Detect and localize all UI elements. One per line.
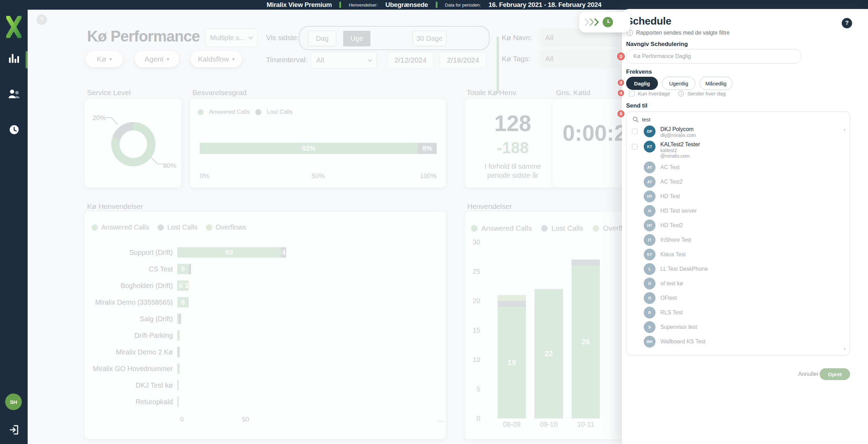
filter-kaldsflow-chip[interactable]: Kaldsflow▾ xyxy=(191,51,242,67)
recipient-email: kaltest2@miralix.com xyxy=(660,148,700,159)
annotation-2: 2 xyxy=(617,53,625,60)
bar-value-label: 9 xyxy=(181,298,185,306)
panel-help-icon[interactable]: ? xyxy=(842,18,852,28)
queue-multiselect[interactable]: Multiple s... xyxy=(205,29,257,47)
recipient-text: HD Test2 xyxy=(660,220,683,229)
bar-segment xyxy=(177,347,180,357)
stacked-bar xyxy=(177,314,181,324)
totale-caption-line1: I forhold til samme xyxy=(466,162,559,171)
recipient-row[interactable]: R RLS Test xyxy=(626,305,841,320)
filter-ko-chip[interactable]: Kø▾ xyxy=(86,51,123,67)
filter-agent-chip[interactable]: Agent▾ xyxy=(135,51,179,67)
recipient-row[interactable]: KT Klaus Test xyxy=(626,247,841,262)
recipient-row[interactable]: S Supervisor test xyxy=(626,320,841,334)
range-uge-button[interactable]: Uge xyxy=(343,31,370,46)
recipient-text: DKJ Polycom dkj@miralix.com xyxy=(660,126,696,138)
bar-segment: 83 xyxy=(177,247,281,258)
help-icon[interactable]: ? xyxy=(37,15,47,25)
weekdays-checkbox[interactable] xyxy=(629,91,634,96)
recipient-row[interactable]: HT HD Test xyxy=(626,189,841,204)
donut-leader-line xyxy=(150,156,164,166)
recipient-row[interactable]: L LL Test DeskPhone xyxy=(626,262,841,276)
category-label: DKJ Test kø xyxy=(89,381,177,389)
recipient-row[interactable]: HT HD Test2 xyxy=(626,218,841,233)
x-tick: 09-10 xyxy=(535,420,563,428)
henvendelser-yaxis: 051015202530 xyxy=(467,241,480,418)
bar-segment: 4 xyxy=(281,247,286,258)
timeinterval-select[interactable]: All xyxy=(311,52,377,68)
freq-daglig-button[interactable]: Daglig xyxy=(626,77,658,90)
date-from-input[interactable]: 2/12/2024 xyxy=(387,52,434,68)
date-to-input[interactable]: 2/18/2024 xyxy=(440,52,487,68)
recipient-text: AC Test2 xyxy=(660,176,683,185)
agents-people-icon[interactable] xyxy=(8,89,20,100)
recipient-row[interactable]: AT AC Test2 xyxy=(626,175,841,189)
recipient-row[interactable]: AT AC Test xyxy=(626,160,841,175)
recipient-row[interactable]: IT InShore Test xyxy=(626,233,841,247)
checkbox-slot xyxy=(632,307,644,310)
recipient-row[interactable]: O of test kø xyxy=(626,276,841,291)
bar-row: Miralix Demo (33558565)9 xyxy=(89,294,438,311)
recipient-name: Klaus Test xyxy=(660,249,686,258)
frequency-options: Daglig Ugentlig Månedlig xyxy=(626,77,733,90)
scroll-down-icon[interactable]: ▼ xyxy=(843,348,846,351)
axis-tick: 0% xyxy=(200,172,209,180)
recipient-row[interactable]: DP DKJ Polycom dkj@miralix.com xyxy=(626,124,841,139)
recipient-search-input[interactable] xyxy=(642,117,822,122)
scroll-up-icon[interactable]: ▲ xyxy=(843,128,846,131)
avatar: KT xyxy=(644,141,655,152)
recipient-text: HD Test server xyxy=(660,205,697,214)
weekdays-label: Kun hverdage xyxy=(638,91,670,96)
bar-column: 2209-10 xyxy=(535,241,563,418)
recipient-search-row xyxy=(626,112,850,123)
user-avatar[interactable]: SH xyxy=(5,394,22,410)
bar-value-label: 6 xyxy=(179,282,183,290)
recipient-row[interactable]: KT KALTest2 Tester kaltest2@miralix.com xyxy=(626,139,841,160)
recipient-name: HD Test server xyxy=(660,205,697,214)
filter-ko-label: Kø xyxy=(97,55,106,63)
recipient-row[interactable]: H HD Test server xyxy=(626,204,841,218)
category-label: Salg (Drift) xyxy=(89,315,177,323)
recipient-text: InShore Test xyxy=(660,234,691,243)
bar-segment: 92% xyxy=(200,143,418,154)
period-label: Data for perioden: xyxy=(445,2,481,8)
bar-value-label: 83 xyxy=(225,249,233,257)
history-clock-icon[interactable] xyxy=(9,124,19,135)
bar-segment: 9 xyxy=(177,264,189,274)
recipient-checkbox[interactable] xyxy=(632,144,638,149)
logout-icon[interactable] xyxy=(10,425,19,435)
search-icon xyxy=(633,117,639,122)
range-30dage-button[interactable]: 30 Dage xyxy=(413,31,446,46)
miralix-logo[interactable] xyxy=(6,16,21,38)
avatar: H xyxy=(644,205,655,217)
ko-tags-input[interactable]: All xyxy=(540,49,619,68)
recipient-row[interactable]: WK Wallboard KS Test xyxy=(626,334,841,349)
panel-collapse-tab[interactable] xyxy=(579,12,630,33)
recipient-text: LL Test DeskPhone xyxy=(660,263,708,272)
recipient-checkbox[interactable] xyxy=(632,129,638,134)
panel-info-row: i Rapporten sendes med de valgte filtre xyxy=(627,30,729,36)
avatar: L xyxy=(644,263,655,275)
legend-lost: Lost Calls xyxy=(167,223,198,231)
reports-chart-icon[interactable] xyxy=(9,53,20,64)
freq-manedlig-button[interactable]: Månedlig xyxy=(699,77,733,90)
ko-henvendelser-rows: Support (Drift)834CS Test9Bogholderi (Dr… xyxy=(89,244,438,410)
stacked-bar: 63 xyxy=(177,280,189,291)
recipient-name: AC Test xyxy=(660,161,680,170)
create-button[interactable]: Opret xyxy=(820,368,850,380)
timeinterval-label: Timeinterval: xyxy=(266,56,307,64)
bar-segment: 26 xyxy=(572,266,600,418)
bar-value-label: 22 xyxy=(535,289,563,418)
cancel-button[interactable]: Annuller xyxy=(798,371,819,377)
freq-ugentlig-button[interactable]: Ugentlig xyxy=(662,77,695,90)
recipient-name: DKJ Polycom xyxy=(660,126,696,132)
range-dag-button[interactable]: Dag xyxy=(308,31,336,46)
stacked-bar xyxy=(177,397,179,407)
axis-tick: 50% xyxy=(312,172,325,180)
avatar: HT xyxy=(644,191,655,202)
avatar: KT xyxy=(644,249,655,260)
schedule-name-input[interactable] xyxy=(626,49,802,64)
send-to-label: Send til xyxy=(626,102,647,109)
legend-dot-answered xyxy=(198,109,204,115)
recipient-row[interactable]: O OFtest xyxy=(626,291,841,305)
